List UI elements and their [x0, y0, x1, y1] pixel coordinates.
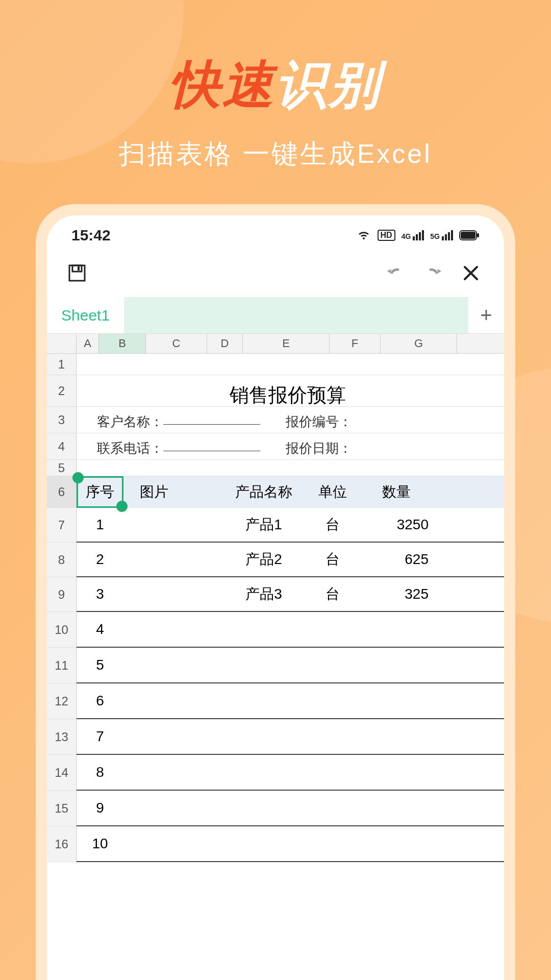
cell-seq: 10: [77, 836, 123, 852]
row-header-6[interactable]: 6: [47, 476, 77, 507]
table-row[interactable]: 13 7: [47, 719, 504, 755]
cell-name: 产品1: [220, 515, 307, 534]
row-header-15[interactable]: 15: [47, 791, 77, 826]
th-pic: 图片: [123, 482, 185, 502]
phone-frame: 15:42 HD 4G 5G: [36, 204, 515, 980]
toolbar: [47, 249, 504, 297]
cell-qty: 3250: [358, 517, 435, 533]
row-header-12[interactable]: 12: [47, 683, 77, 719]
add-sheet-button[interactable]: +: [468, 297, 504, 333]
cell-seq: 6: [77, 693, 123, 709]
table-row[interactable]: 5: [47, 460, 504, 476]
table-row[interactable]: 15 9: [47, 791, 504, 826]
col-header-G[interactable]: G: [381, 334, 457, 353]
hd-icon: HD: [378, 230, 395, 241]
row-header-14[interactable]: 14: [47, 755, 77, 790]
table-row[interactable]: 8 2 产品2 台 625: [47, 543, 504, 577]
svg-rect-4: [72, 265, 82, 272]
row-header-13[interactable]: 13: [47, 719, 77, 754]
table-row[interactable]: 12 6: [47, 683, 504, 719]
table-row[interactable]: 4 联系电话： 报价日期：: [47, 433, 504, 460]
cell-seq: 4: [77, 621, 123, 638]
cell-seq: 5: [77, 657, 123, 673]
cell-seq: 3: [77, 586, 123, 602]
table-row[interactable]: 3 客户名称： 报价编号：: [47, 407, 504, 433]
table-row[interactable]: 2 销售报价预算: [47, 375, 504, 407]
statusbar: 15:42 HD 4G 5G: [47, 215, 504, 249]
col-header-F[interactable]: F: [330, 334, 381, 353]
phone-blank: [163, 450, 260, 451]
signal-4g-icon: 4G: [402, 230, 424, 240]
th-name: 产品名称: [220, 482, 307, 502]
svg-rect-5: [78, 266, 80, 271]
sheet-tab-bar: Sheet1 +: [47, 297, 504, 334]
th-unit: 单位: [307, 482, 358, 502]
table-row[interactable]: 7 1 产品1 台 3250: [47, 508, 504, 543]
row-header-2[interactable]: 2: [47, 375, 77, 406]
status-icons: HD 4G 5G: [356, 229, 480, 241]
table-row[interactable]: 11 5: [47, 648, 504, 683]
th-seq: 序号: [77, 482, 123, 502]
undo-button[interactable]: [381, 258, 410, 288]
cell-name: 产品2: [220, 550, 307, 569]
table-row[interactable]: 16 10: [47, 826, 504, 862]
hero-recog: 识别: [276, 56, 382, 113]
row-header-9[interactable]: 9: [47, 577, 77, 611]
spreadsheet-grid[interactable]: A B C D E F G 1 2 销售报价预算 3: [47, 334, 504, 862]
customer-name-blank: [163, 424, 260, 425]
cell-name: 产品3: [220, 584, 307, 604]
th-qty: 数量: [358, 482, 435, 502]
row-header-7[interactable]: 7: [47, 508, 77, 542]
row-header-1[interactable]: 1: [47, 354, 77, 375]
cell-unit: 台: [307, 584, 358, 604]
quote-no-label: 报价编号：: [286, 413, 352, 431]
row-header-11[interactable]: 11: [47, 648, 77, 683]
quote-date-label: 报价日期：: [286, 439, 352, 457]
table-row[interactable]: 10 4: [47, 612, 504, 648]
row-header-16[interactable]: 16: [47, 826, 77, 862]
customer-name-label: 客户名称：: [97, 413, 163, 431]
status-time: 15:42: [71, 227, 111, 244]
row-header-3[interactable]: 3: [47, 407, 77, 433]
svg-rect-2: [477, 233, 479, 237]
wifi-icon: [356, 229, 371, 241]
svg-rect-1: [461, 232, 475, 239]
cell-unit: 台: [307, 515, 358, 534]
col-header-C[interactable]: C: [146, 334, 207, 353]
grid-rows: 1 2 销售报价预算 3 客户名称： 报价编号： 4: [47, 354, 504, 862]
col-header-E[interactable]: E: [243, 334, 330, 353]
cell-qty: 325: [358, 586, 435, 602]
cell-seq: 9: [77, 800, 123, 816]
phone-label: 联系电话：: [97, 439, 163, 457]
column-headers: A B C D E F G: [47, 334, 504, 354]
table-row[interactable]: 9 3 产品3 台 325: [47, 577, 504, 612]
table-row[interactable]: 6 序号 图片 产品名称 单位 数量: [47, 476, 504, 508]
cell-seq: 1: [77, 517, 123, 533]
cell-seq: 2: [77, 551, 123, 568]
select-all-corner[interactable]: [47, 334, 77, 353]
redo-button[interactable]: [418, 258, 448, 288]
sheet-tab-active[interactable]: Sheet1: [47, 297, 124, 333]
row-header-4[interactable]: 4: [47, 433, 77, 459]
signal-5g-icon: 5G: [430, 230, 453, 240]
col-header-A[interactable]: A: [77, 334, 99, 353]
col-header-D[interactable]: D: [207, 334, 243, 353]
table-row[interactable]: 1: [47, 354, 504, 375]
save-button[interactable]: [62, 258, 92, 288]
cell-seq: 7: [77, 728, 123, 745]
cell-seq: 8: [77, 764, 123, 780]
row-header-8[interactable]: 8: [47, 543, 77, 577]
cell-qty: 625: [358, 551, 435, 568]
formula-bar[interactable]: [124, 297, 468, 333]
col-header-B[interactable]: B: [99, 334, 146, 353]
cell-unit: 台: [307, 550, 358, 569]
row-header-5[interactable]: 5: [47, 460, 77, 476]
hero-fast: 快速: [169, 56, 276, 113]
phone-screen: 15:42 HD 4G 5G: [47, 215, 504, 980]
hero-title: 快速识别: [0, 51, 551, 120]
hero-subtitle: 扫描表格 一键生成Excel: [0, 136, 551, 172]
battery-icon: [459, 230, 480, 240]
close-button[interactable]: [456, 258, 486, 288]
row-header-10[interactable]: 10: [47, 612, 77, 647]
table-row[interactable]: 14 8: [47, 755, 504, 791]
